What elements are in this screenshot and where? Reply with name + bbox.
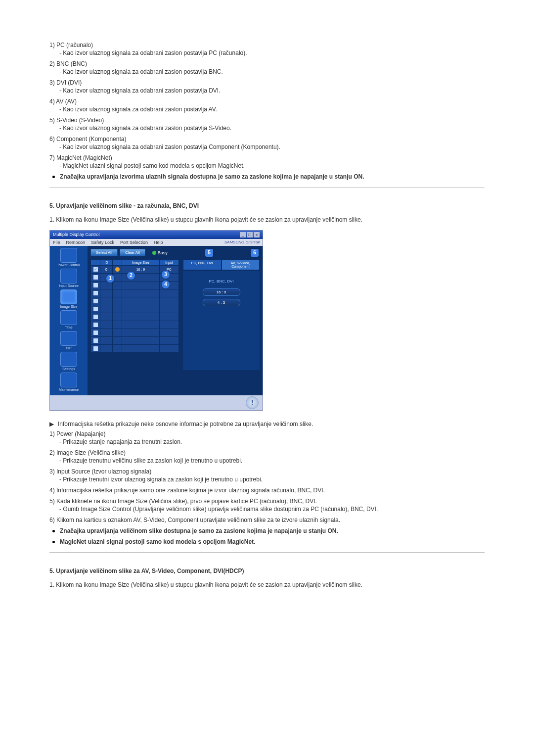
app-window: Multiple Display Control _ □ × File Remo…	[49, 230, 263, 411]
tab-av-svideo-comp[interactable]: AV, S-Video, Component	[222, 259, 260, 270]
panel-title: PC, BNC, DVI	[186, 279, 257, 284]
clear-all-button[interactable]: Clear All	[120, 249, 145, 256]
side-pip[interactable]: PIP	[51, 331, 87, 350]
info-arrow-text: Informacijska rešetka prikazuje neke osn…	[58, 421, 313, 427]
item-svideo: 5) S-Video (S-Video) Kao izvor ulaznog s…	[49, 117, 485, 132]
busy-indicator: Busy	[152, 250, 168, 255]
side-time[interactable]: Time	[51, 310, 87, 329]
item-pc: 1) PC (računalo) Kao izvor ulaznog signa…	[49, 42, 485, 56]
divider	[49, 552, 485, 553]
lower-6: 6) Klikom na karticu s oznakom AV, S-Vid…	[49, 517, 485, 523]
arrow-icon: ▶	[49, 421, 54, 427]
item-bnc: 2) BNC (BNC) Kao izvor ulaznog signala z…	[49, 60, 485, 75]
note-input-source: Značajka upravljanja izvorima ulaznih si…	[49, 173, 485, 180]
info-arrow: ▶ Informacijska rešetka prikazuje neke o…	[49, 421, 485, 427]
menu-portselection[interactable]: Port Selection	[120, 240, 148, 245]
close-icon[interactable]: ×	[254, 232, 260, 237]
statusbar: !	[50, 395, 263, 410]
minimize-icon[interactable]: _	[240, 232, 246, 237]
tab-pc-bnc-dvi[interactable]: PC, BNC, DVI	[183, 259, 222, 270]
side-power[interactable]: Power Control	[51, 248, 87, 267]
bullet-icon	[52, 530, 55, 532]
busy-icon	[152, 251, 156, 255]
callout-2: 2	[127, 272, 135, 280]
note-magicnet: MagicNet ulazni signal postoji samo kod …	[49, 538, 485, 545]
side-imagesize[interactable]: Image Size	[51, 289, 87, 308]
lower-2: 2) Image Size (Veličina slike) Prikazuje…	[49, 449, 485, 464]
item-component: 6) Component (Komponenta) Kao izvor ulaz…	[49, 136, 485, 150]
side-maintenance[interactable]: Maintenance	[51, 373, 87, 391]
checkbox-icon[interactable]	[93, 267, 98, 272]
cell-size: 16 : 9	[122, 266, 160, 274]
brand-label: SAMSUNG DIGITall	[224, 240, 260, 245]
note-text: Značajka upravljanja izvorima ulaznih si…	[60, 173, 364, 180]
bullet-icon	[52, 176, 55, 178]
side-settings[interactable]: Settings	[51, 352, 87, 371]
lower-1: 1) Power (Napajanje) Prikazuje stanje na…	[49, 430, 485, 445]
callout-4: 4	[162, 281, 170, 288]
col-input: Input	[159, 260, 178, 266]
bullet-icon	[52, 541, 55, 543]
section-intro-b: 1. Klikom na ikonu Image Size (Veličina …	[49, 581, 485, 588]
maximize-icon[interactable]: □	[247, 232, 253, 237]
window-title: Multiple Display Control	[53, 232, 100, 237]
right-panel: PC, BNC, DVI AV, S-Video, Component PC, …	[183, 259, 260, 370]
section-title-a: 5. Upravljanje veličinom slike - za raču…	[49, 202, 485, 209]
menu-help[interactable]: Help	[154, 240, 163, 245]
col-size: Image Size	[122, 260, 160, 266]
opt-4-3[interactable]: 4 : 3	[203, 299, 240, 306]
menu-safetylock[interactable]: Safety Lock	[91, 240, 114, 245]
lower-3: 3) Input Source (Izvor ulaznog signala) …	[49, 468, 485, 483]
cell-id: 0	[100, 266, 113, 274]
titlebar: Multiple Display Control _ □ ×	[50, 231, 263, 239]
main-panel: Select All Clear All Busy ID	[88, 246, 263, 395]
menu-remocon[interactable]: Remocon	[66, 240, 86, 245]
info-icon[interactable]: !	[246, 396, 259, 409]
callout-3: 3	[162, 271, 170, 279]
status-led-icon	[115, 267, 120, 272]
lower-5: 5) Kada kliknete na ikonu Image Size (Ve…	[49, 498, 485, 513]
lower-4: 4) Informacijska rešetka prikazuje samo …	[49, 487, 485, 494]
opt-16-9[interactable]: 16 : 9	[203, 288, 240, 296]
menu-file[interactable]: File	[53, 240, 60, 245]
desc: Kao izvor ulaznog signala za odabrani za…	[59, 49, 485, 56]
callout-1: 1	[106, 275, 114, 283]
callout-6: 6	[251, 249, 259, 257]
section-intro-a: 1. Klikom na ikonu Image Size (Veličina …	[49, 216, 485, 223]
note-imagesize: Značajka upravljanja veličinom slike dos…	[49, 527, 485, 534]
item-av: 4) AV (AV) Kao izvor ulaznog signala za …	[49, 98, 485, 113]
section-title-b: 5. Upravljanje veličinom slike za AV, S-…	[49, 567, 485, 574]
source-list: 1) PC (računalo) Kao izvor ulaznog signa…	[49, 42, 485, 169]
menubar: File Remocon Safety Lock Port Selection …	[50, 239, 263, 246]
select-all-button[interactable]: Select All	[90, 249, 118, 256]
item-dvi: 3) DVI (DVI) Kao izvor ulaznog signala z…	[49, 79, 485, 94]
callout-5: 5	[205, 249, 213, 257]
title: PC (računalo)	[56, 42, 93, 48]
divider	[49, 187, 485, 188]
item-magicnet: 7) MagicNet (MagicNet) MagicNet ulazni s…	[49, 154, 485, 169]
col-id: ID	[100, 260, 113, 266]
side-input[interactable]: Input Source	[51, 269, 87, 287]
sidebar: Power Control Input Source Image Size Ti…	[50, 246, 88, 395]
num: 1)	[49, 42, 56, 48]
